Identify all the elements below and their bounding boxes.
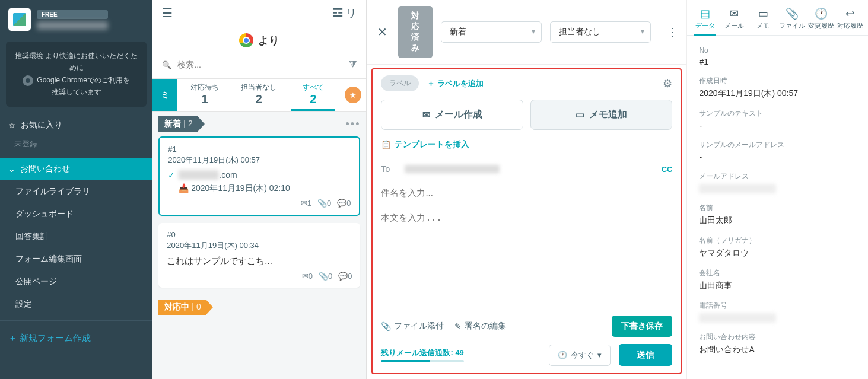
paperclip-icon: 📎: [381, 321, 391, 331]
vdots-icon[interactable]: ⋮: [667, 26, 678, 39]
chrome-logo-icon: [239, 33, 253, 47]
clipboard-icon: 📋: [381, 140, 391, 149]
new-form-button[interactable]: ＋ 新規フォーム作成: [0, 326, 152, 351]
section-progress-badge: 対応中| 0: [158, 300, 212, 315]
monkey-icon: [345, 87, 361, 103]
field-label: サンプルのメールアドレス: [699, 140, 856, 150]
sidebar-item-inquiry[interactable]: ⌄ お問い合わせ: [0, 158, 152, 180]
cc-button[interactable]: CC: [662, 165, 673, 174]
rtab-history[interactable]: 🕐変更履歴: [807, 5, 836, 35]
tab-all[interactable]: すべて2: [286, 79, 340, 111]
inbox-card-0[interactable]: #0 2020年11月19日(木) 00:34 これはサンプルですこち... ✉…: [158, 223, 360, 288]
rtab-memo[interactable]: ▭メモ: [749, 5, 778, 35]
insert-template-button[interactable]: 📋テンプレートを挿入: [381, 139, 672, 150]
filter-icon[interactable]: ⧩: [349, 59, 357, 70]
mail-count: ✉1: [301, 199, 311, 208]
rtab-response-label: 対応履歴: [837, 22, 863, 29]
tab-pending[interactable]: 対応待ち1: [177, 79, 231, 111]
tab-monkey[interactable]: [340, 79, 366, 111]
compose-mail-label: メール作成: [435, 109, 482, 121]
field-label: お問い合わせ内容: [699, 332, 856, 342]
yori-header: より: [152, 26, 366, 55]
attach-count: 📎0: [317, 199, 331, 208]
body-textarea[interactable]: [381, 205, 672, 308]
status-select[interactable]: 新着: [441, 21, 542, 43]
app-name-blurred: [37, 21, 108, 30]
app-logo[interactable]: [8, 8, 31, 31]
card-snippet: これはサンプルですこち...: [167, 256, 352, 267]
save-draft-button[interactable]: 下書き保存: [612, 316, 672, 337]
sidebar-item-settings[interactable]: 設定: [0, 293, 152, 316]
env-line2: Google Chromeでのご利用を: [37, 76, 130, 84]
card-id: #0: [167, 230, 352, 239]
star-icon: ☆: [8, 120, 16, 130]
clock-icon: 🕐: [558, 351, 567, 359]
memo-icon: ▭: [749, 7, 778, 20]
tab-all-count: 2: [286, 93, 340, 106]
sidebar-item-filelib[interactable]: ファイルライブラリ: [0, 180, 152, 203]
assignee-select[interactable]: 担当者なし: [550, 21, 651, 43]
hamburger-icon[interactable]: ☰: [162, 6, 173, 20]
field-label: 作成日時: [699, 76, 856, 86]
sidebar-item-formedit[interactable]: フォーム編集画面: [0, 248, 152, 270]
chevron-down-icon: ⌄: [8, 164, 15, 174]
attach-file-button[interactable]: 📎ファイル添付: [381, 321, 444, 332]
send-button[interactable]: 送信: [619, 344, 672, 366]
gear-icon[interactable]: ⚙: [663, 77, 672, 90]
edit-signature-button[interactable]: ✎署名の編集: [454, 321, 506, 332]
sidebar-item-report[interactable]: 回答集計: [0, 225, 152, 248]
schedule-select[interactable]: 🕐今すぐ ▾: [549, 345, 611, 366]
pencil-icon: ✎: [454, 321, 462, 331]
field-value: [699, 313, 776, 323]
quota-text: 残りメール送信通数: 49: [381, 348, 464, 358]
rtab-data[interactable]: ▤データ: [691, 5, 720, 35]
sidebar-item-publicpage[interactable]: 公開ページ: [0, 270, 152, 293]
search-icon: [162, 60, 171, 69]
field-value: [699, 184, 776, 193]
mail-icon: ✉: [422, 109, 430, 120]
tab-compose-mail[interactable]: ✉メール作成: [381, 100, 523, 130]
inbox-card-1[interactable]: #1 2020年11月19日(木) 00:57 ✓xxxx.com 📥 2020…: [158, 136, 360, 216]
list-icon[interactable]: ☲ リ: [332, 6, 357, 20]
more-icon[interactable]: •••: [346, 118, 361, 130]
card-ts: 2020年11月19日(木) 00:57: [168, 155, 351, 165]
detail-field: 名前山田太郎: [699, 203, 856, 226]
field-value: 2020年11月19日(木) 00:57: [699, 88, 856, 99]
subject-input[interactable]: [381, 180, 672, 205]
detail-body: No#1作成日時2020年11月19日(木) 00:57サンプルのテキスト-サン…: [687, 36, 868, 379]
rtab-mail[interactable]: ✉メール: [720, 5, 749, 35]
sidebar-item-dashboard[interactable]: ダッシュボード: [0, 203, 152, 225]
compose-memo-label: メモ追加: [589, 109, 627, 121]
env-recommend-box: 推奨環境 より快適にお使いいただくために Google Chromeでのご利用を…: [6, 42, 147, 107]
compose-box: ラベル ＋ ラベルを追加 ⚙ ✉メール作成 ▭メモ追加 📋テンプレートを挿入 T…: [371, 68, 682, 374]
tab-pending-count: 1: [177, 93, 231, 106]
tab-all-label: すべて: [303, 83, 324, 91]
tab-compose-memo[interactable]: ▭メモ追加: [530, 100, 673, 130]
field-value: ヤマダタロウ: [699, 248, 856, 259]
comment-count: 💬0: [337, 199, 351, 208]
search-input[interactable]: [177, 60, 343, 69]
rtab-file[interactable]: 📎ファイル: [778, 5, 807, 35]
rtab-file-label: ファイル: [779, 22, 805, 29]
rtab-response[interactable]: ↩対応履歴: [835, 5, 864, 35]
field-label: サンプルのテキスト: [699, 109, 856, 119]
tab-unassigned[interactable]: 担当者なし2: [232, 79, 286, 111]
close-icon[interactable]: ✕: [375, 25, 390, 39]
compose-panel: ✕ 対応済み 新着 担当者なし ⋮ ラベル ＋ ラベルを追加 ⚙ ✉メール作成 …: [367, 0, 686, 379]
tab-mi[interactable]: ミ: [152, 79, 177, 111]
status-button[interactable]: 対応済み: [398, 6, 433, 58]
field-value: 山田商事: [699, 281, 856, 291]
section-prog-count: 0: [196, 302, 201, 311]
rtab-mail-label: メール: [724, 22, 744, 29]
paperclip-icon: 📎: [778, 7, 807, 20]
detail-field: No#1: [699, 46, 856, 66]
add-label-button[interactable]: ＋ ラベルを追加: [427, 78, 484, 89]
detail-field: お問い合わせ内容お問い合わせA: [699, 332, 856, 355]
label-pill[interactable]: ラベル: [381, 75, 419, 91]
section-new-label: 新着: [164, 119, 181, 128]
inbox-icon: 📥: [179, 183, 189, 193]
field-value: -: [699, 121, 856, 130]
inbox-column: ☰ ☲ リ より ⧩ ミ 対応待ち1 担当者なし2 すべて2 新着| 2 •••…: [152, 0, 367, 379]
tab-pending-label: 対応待ち: [190, 83, 219, 91]
card-from-suffix: .com: [219, 170, 237, 180]
